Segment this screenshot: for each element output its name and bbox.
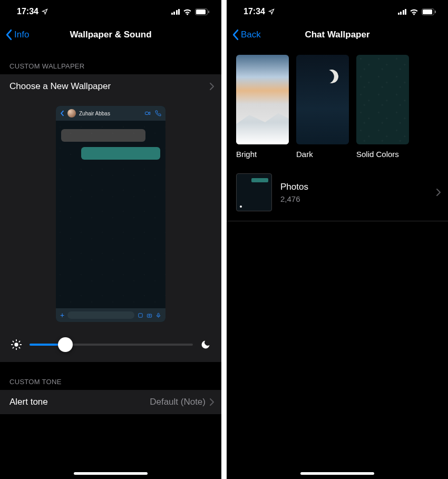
battery-icon: [195, 8, 210, 15]
mic-icon: [155, 312, 161, 318]
svg-rect-4: [139, 313, 142, 317]
svg-point-6: [149, 315, 150, 316]
chat-preview: Zuhair Abbas +: [56, 106, 165, 322]
svg-rect-19: [435, 11, 436, 13]
alert-tone-value: Default (Note): [150, 397, 206, 407]
cellular-icon: [398, 9, 407, 15]
wallpaper-category-dark[interactable]: Dark: [296, 55, 349, 159]
solid-thumbnail: [356, 55, 409, 144]
photos-label: Photos: [280, 182, 308, 192]
sun-icon: [11, 339, 22, 350]
brightness-slider[interactable]: [30, 344, 193, 346]
wallpaper-preview: Zuhair Abbas +: [0, 99, 221, 329]
alert-tone-row[interactable]: Alert tone Default (Note): [0, 390, 221, 414]
chat-preview-body: [56, 121, 165, 308]
brightness-slider-thumb[interactable]: [58, 337, 73, 352]
svg-rect-18: [423, 9, 432, 14]
outgoing-bubble: [81, 147, 160, 160]
choose-new-wallpaper-label: Choose a New Wallpaper: [9, 81, 111, 92]
wallpaper-category-bright[interactable]: Bright: [236, 55, 289, 159]
back-label: Info: [14, 30, 29, 40]
status-bar: 17:34: [0, 0, 221, 23]
attach-icon: +: [60, 311, 64, 319]
voice-call-icon: [155, 110, 161, 116]
location-icon: [268, 8, 275, 15]
svg-rect-5: [147, 314, 151, 317]
phone-left: 17:34 Info Wallpaper & Sound Custom Wall…: [0, 0, 221, 479]
wallpaper-category-solid[interactable]: Solid Colors: [356, 55, 409, 159]
wifi-icon: [183, 8, 192, 15]
nav-bar: Info Wallpaper & Sound: [0, 23, 221, 46]
bright-thumbnail: [236, 55, 289, 144]
svg-line-16: [19, 341, 20, 341]
section-header-custom-tone: Custom Tone: [0, 362, 221, 390]
svg-line-15: [13, 347, 13, 348]
svg-rect-7: [158, 313, 159, 316]
photos-thumbnail: [236, 173, 272, 211]
svg-rect-3: [145, 112, 149, 115]
home-indicator[interactable]: [300, 472, 374, 475]
chevron-right-icon: [210, 83, 214, 90]
section-header-custom-wallpaper: Custom Wallpaper: [0, 46, 221, 74]
dark-thumbnail: [296, 55, 349, 144]
choose-new-wallpaper-row[interactable]: Choose a New Wallpaper: [0, 74, 221, 99]
back-button[interactable]: Back: [232, 29, 261, 41]
chevron-right-icon: [436, 189, 441, 196]
battery-icon: [422, 8, 436, 15]
wifi-icon: [410, 8, 418, 15]
chat-avatar: [67, 109, 76, 118]
back-button[interactable]: Info: [5, 29, 29, 41]
cellular-icon: [171, 9, 180, 15]
bright-label: Bright: [236, 150, 289, 159]
back-label: Back: [241, 30, 261, 40]
moon-icon: [200, 339, 211, 350]
status-time: 17:34: [244, 7, 265, 16]
camera-icon: [147, 312, 152, 318]
photos-count: 2,476: [280, 194, 308, 203]
location-icon: [42, 8, 48, 15]
svg-rect-2: [208, 11, 209, 13]
sticker-icon: [138, 312, 143, 318]
home-indicator[interactable]: [74, 472, 148, 475]
svg-line-12: [19, 347, 20, 348]
solid-label: Solid Colors: [356, 150, 409, 159]
svg-line-11: [13, 341, 13, 341]
chat-contact-name: Zuhair Abbas: [79, 111, 141, 116]
brightness-slider-row: [0, 329, 221, 362]
chat-text-input: [67, 311, 134, 319]
dark-label: Dark: [296, 150, 349, 159]
video-call-icon: [144, 110, 151, 116]
photos-row[interactable]: Photos 2,476: [227, 164, 448, 221]
chat-preview-header: Zuhair Abbas: [56, 106, 165, 121]
svg-point-8: [14, 343, 18, 346]
nav-bar: Back Chat Wallpaper: [227, 23, 448, 46]
status-time: 17:34: [17, 7, 38, 16]
alert-tone-label: Alert tone: [9, 397, 48, 407]
svg-rect-1: [196, 9, 206, 14]
status-bar: 17:34: [227, 0, 448, 23]
chevron-right-icon: [210, 398, 214, 406]
phone-right: 17:34 Back Chat Wallpaper Bright: [227, 0, 448, 479]
chat-back-icon: [60, 110, 64, 116]
nav-title: Wallpaper & Sound: [0, 30, 221, 40]
chat-input-bar: +: [56, 308, 165, 322]
incoming-bubble: [61, 129, 145, 142]
wallpaper-category-grid: Bright Dark Solid Colors: [227, 46, 448, 164]
